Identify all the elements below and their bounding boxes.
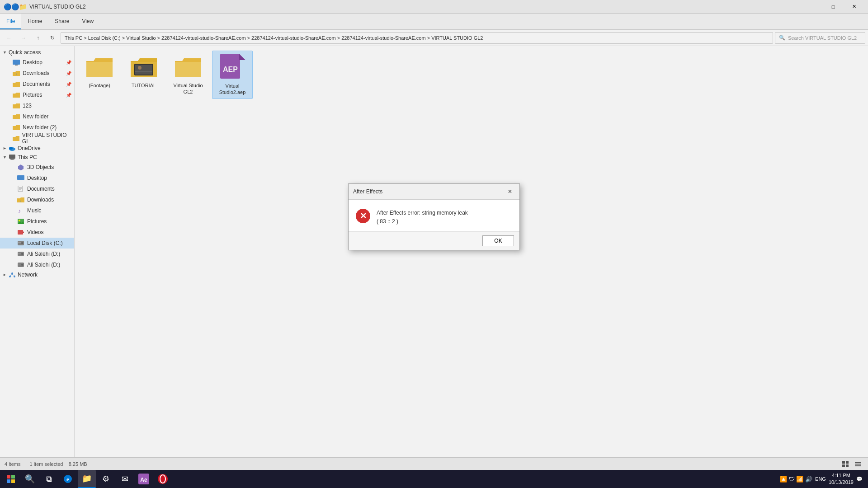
- dialog-ok-button[interactable]: OK: [482, 235, 514, 246]
- dialog-title: After Effects: [353, 188, 382, 195]
- dialog-body: ✕ After Effects error: string memory lea…: [349, 200, 519, 231]
- mail-taskbar-button[interactable]: ✉: [116, 470, 134, 488]
- edge-browser-button[interactable]: e: [59, 470, 77, 488]
- after-effects-taskbar-button[interactable]: Ae: [135, 470, 153, 488]
- dialog-title-bar: After Effects ✕: [349, 184, 519, 200]
- start-button[interactable]: [2, 470, 20, 488]
- error-icon: ✕: [356, 209, 370, 223]
- task-view-button[interactable]: ⧉: [40, 470, 58, 488]
- taskbar-right: 🔼 🛡 📶 🔊 ENG 4:11 PM 10/13/2019 💬: [780, 472, 866, 486]
- dialog-footer: OK: [349, 231, 519, 250]
- dialog-close-button[interactable]: ✕: [505, 187, 515, 197]
- system-tray-icons: 🔼 🛡 📶 🔊: [780, 476, 812, 483]
- svg-text:Ae: Ae: [140, 477, 147, 483]
- notification-button[interactable]: 💬: [856, 476, 863, 482]
- file-explorer-taskbar-button[interactable]: 📁: [78, 470, 96, 488]
- taskbar-clock[interactable]: 4:11 PM 10/13/2019: [829, 472, 854, 486]
- svg-point-72: [158, 474, 168, 484]
- dialog-overlay: After Effects ✕ ✕ After Effects error: s…: [0, 0, 868, 470]
- svg-rect-64: [7, 475, 10, 479]
- language-indicator: ENG: [815, 476, 826, 482]
- svg-rect-65: [11, 475, 15, 479]
- dialog-message: After Effects error: string memory leak …: [377, 209, 468, 226]
- svg-text:e: e: [66, 476, 69, 483]
- settings-taskbar-button[interactable]: ⚙: [97, 470, 115, 488]
- svg-rect-67: [11, 479, 15, 483]
- svg-rect-66: [7, 479, 10, 483]
- after-effects-dialog: After Effects ✕ ✕ After Effects error: s…: [348, 183, 520, 250]
- taskbar: 🔍 ⧉ e 📁 ⚙ ✉ Ae 🔼 🛡 📶 🔊 ENG 4:11 PM 10/13…: [0, 470, 868, 488]
- search-taskbar-button[interactable]: 🔍: [21, 470, 39, 488]
- opera-taskbar-button[interactable]: [154, 470, 172, 488]
